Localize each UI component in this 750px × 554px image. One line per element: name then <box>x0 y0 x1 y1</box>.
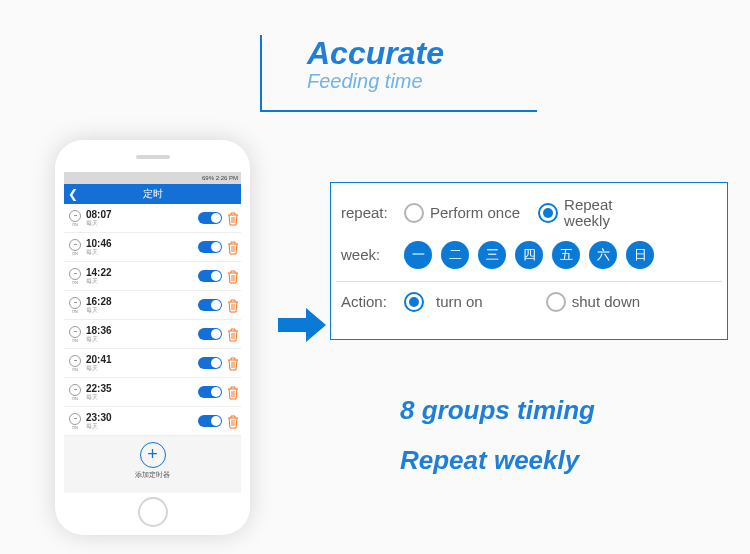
day-chip[interactable]: 二 <box>441 241 469 269</box>
timer-info: 08:07 每天 <box>86 210 198 226</box>
timer-sub: 每天 <box>86 220 198 226</box>
timer-info: 10:46 每天 <box>86 239 198 255</box>
delete-icon[interactable] <box>227 270 237 282</box>
toggle-switch[interactable] <box>198 357 222 369</box>
toggle-switch[interactable] <box>198 299 222 311</box>
timer-info: 18:36 每天 <box>86 326 198 342</box>
toggle-switch[interactable] <box>198 212 222 224</box>
timer-icon: ON <box>68 238 82 256</box>
turn-on-text: turn on <box>436 293 483 310</box>
option-turn-on[interactable]: turn on <box>404 292 483 312</box>
delete-icon[interactable] <box>227 386 237 398</box>
toggle-switch[interactable] <box>198 241 222 253</box>
timer-info: 22:35 每天 <box>86 384 198 400</box>
phone-speaker <box>136 155 170 159</box>
timer-time: 23:30 <box>86 413 198 423</box>
timer-time: 18:36 <box>86 326 198 336</box>
timer-row[interactable]: ON 18:36 每天 <box>64 320 241 349</box>
status-text: 69% 2:26 PM <box>202 175 238 181</box>
timer-time: 10:46 <box>86 239 198 249</box>
title-sub: Feeding time <box>307 70 537 93</box>
add-label: 添加定时器 <box>64 470 241 480</box>
timer-icon: ON <box>68 267 82 285</box>
radio-icon <box>404 292 424 312</box>
timer-row[interactable]: ON 14:22 每天 <box>64 262 241 291</box>
action-label: Action: <box>341 293 396 310</box>
timer-row[interactable]: ON 23:30 每天 <box>64 407 241 436</box>
week-label: week: <box>341 246 396 263</box>
timer-info: 14:22 每天 <box>86 268 198 284</box>
timer-icon: ON <box>68 325 82 343</box>
arrow-icon <box>278 308 326 346</box>
add-area: + 添加定时器 <box>64 436 241 486</box>
delete-icon[interactable] <box>227 299 237 311</box>
perform-once-text: Perform once <box>430 204 520 221</box>
delete-icon[interactable] <box>227 415 237 427</box>
timer-time: 20:41 <box>86 355 198 365</box>
option-repeat-weekly[interactable]: Repeat weekly <box>538 197 612 229</box>
day-chip[interactable]: 日 <box>626 241 654 269</box>
day-chip[interactable]: 三 <box>478 241 506 269</box>
week-row: week: 一二三四五六日 <box>341 241 717 269</box>
timer-icon: ON <box>68 296 82 314</box>
back-icon[interactable]: ❮ <box>68 187 78 201</box>
divider <box>336 281 722 282</box>
timer-sub: 每天 <box>86 307 198 313</box>
timer-info: 16:28 每天 <box>86 297 198 313</box>
action-row: Action: turn on shut down <box>341 292 717 312</box>
timer-list: ON 08:07 每天 ON 10:46 每天 ON 14:22 每天 <box>64 204 241 436</box>
repeat-weekly-text: Repeat weekly <box>564 197 612 229</box>
title-main: Accurate <box>307 35 537 72</box>
shut-down-text: shut down <box>572 293 640 310</box>
delete-icon[interactable] <box>227 212 237 224</box>
headline-repeat: Repeat weekly <box>400 445 579 476</box>
option-shut-down[interactable]: shut down <box>546 292 640 312</box>
timer-icon: ON <box>68 383 82 401</box>
nav-title: 定时 <box>64 187 241 201</box>
day-chip[interactable]: 六 <box>589 241 617 269</box>
radio-icon <box>404 203 424 223</box>
timer-sub: 每天 <box>86 278 198 284</box>
title-box: Accurate Feeding time <box>260 35 537 112</box>
timer-sub: 每天 <box>86 423 198 429</box>
toggle-switch[interactable] <box>198 328 222 340</box>
add-button[interactable]: + <box>140 442 166 468</box>
days-container: 一二三四五六日 <box>404 241 654 269</box>
timer-icon: ON <box>68 412 82 430</box>
toggle-switch[interactable] <box>198 270 222 282</box>
timer-time: 14:22 <box>86 268 198 278</box>
timer-row[interactable]: ON 22:35 每天 <box>64 378 241 407</box>
phone-mockup: 69% 2:26 PM ❮ 定时 ON 08:07 每天 ON 10:46 每天 <box>55 140 250 535</box>
delete-icon[interactable] <box>227 241 237 253</box>
timer-time: 08:07 <box>86 210 198 220</box>
day-chip[interactable]: 一 <box>404 241 432 269</box>
timer-row[interactable]: ON 10:46 每天 <box>64 233 241 262</box>
timer-info: 23:30 每天 <box>86 413 198 429</box>
delete-icon[interactable] <box>227 357 237 369</box>
timer-icon: ON <box>68 354 82 372</box>
timer-row[interactable]: ON 08:07 每天 <box>64 204 241 233</box>
timer-row[interactable]: ON 16:28 每天 <box>64 291 241 320</box>
settings-panel: repeat: Perform once Repeat weekly week:… <box>330 182 728 340</box>
timer-sub: 每天 <box>86 394 198 400</box>
home-button[interactable] <box>138 497 168 527</box>
repeat-row: repeat: Perform once Repeat weekly <box>341 197 717 229</box>
headline-groups: 8 groups timing <box>400 395 595 426</box>
radio-icon <box>546 292 566 312</box>
nav-bar: ❮ 定时 <box>64 184 241 204</box>
day-chip[interactable]: 四 <box>515 241 543 269</box>
status-bar: 69% 2:26 PM <box>64 172 241 184</box>
timer-time: 16:28 <box>86 297 198 307</box>
timer-sub: 每天 <box>86 249 198 255</box>
option-perform-once[interactable]: Perform once <box>404 203 520 223</box>
delete-icon[interactable] <box>227 328 237 340</box>
timer-row[interactable]: ON 20:41 每天 <box>64 349 241 378</box>
toggle-switch[interactable] <box>198 386 222 398</box>
timer-sub: 每天 <box>86 336 198 342</box>
timer-info: 20:41 每天 <box>86 355 198 371</box>
day-chip[interactable]: 五 <box>552 241 580 269</box>
toggle-switch[interactable] <box>198 415 222 427</box>
repeat-label: repeat: <box>341 204 396 221</box>
radio-icon <box>538 203 558 223</box>
phone-screen: 69% 2:26 PM ❮ 定时 ON 08:07 每天 ON 10:46 每天 <box>64 172 241 493</box>
